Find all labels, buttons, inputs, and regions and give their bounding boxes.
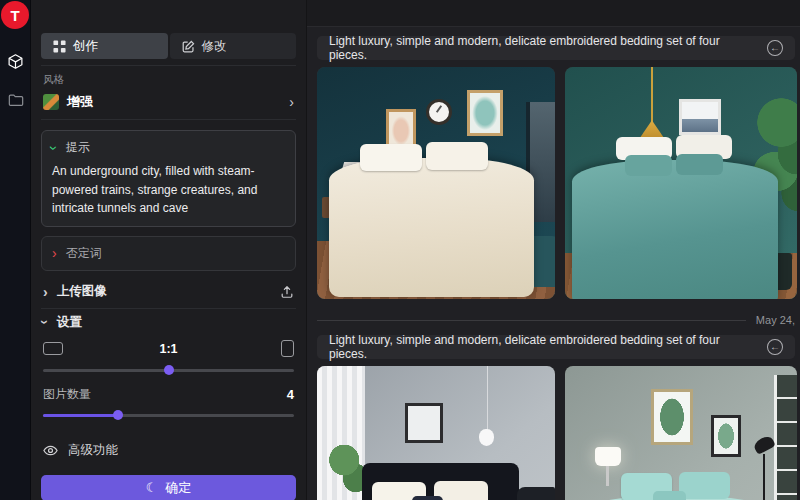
- slider-thumb[interactable]: [164, 365, 174, 375]
- app-window: T 创作: [0, 0, 800, 500]
- scene-pendant: [487, 366, 488, 431]
- image-count-value: 4: [287, 387, 294, 402]
- image-row: [317, 67, 795, 299]
- chevron-right-icon: ›: [52, 246, 57, 260]
- gallery-prompt-row: Light luxury, simple and modern, delicat…: [317, 36, 795, 60]
- prompt-header[interactable]: › 提示: [52, 139, 285, 156]
- image-count-control: 图片数量 4: [41, 386, 296, 417]
- prompt-input[interactable]: An underground city, filled with steam-p…: [52, 162, 285, 218]
- scene-pillow: [360, 144, 422, 172]
- scene-frame: [651, 389, 693, 445]
- advanced-features[interactable]: 高级功能: [41, 439, 296, 463]
- cube-icon[interactable]: [0, 53, 31, 70]
- scene-pillow: [625, 155, 671, 176]
- gallery-prompt-text: Light luxury, simple and modern, delicat…: [329, 34, 755, 62]
- generated-image[interactable]: [565, 366, 797, 500]
- advanced-label: 高级功能: [68, 442, 118, 459]
- generated-image[interactable]: [317, 67, 555, 299]
- eye-icon: [43, 445, 58, 456]
- scene-frame: [679, 99, 721, 135]
- scene-pillow: [679, 472, 730, 500]
- date-label: May 24,: [756, 314, 795, 326]
- scene-bed: [572, 160, 779, 299]
- negative-section[interactable]: › 否定词: [41, 236, 296, 271]
- scene-bed: [329, 158, 534, 297]
- image-count-label: 图片数量: [43, 386, 91, 403]
- generated-image[interactable]: [565, 67, 797, 299]
- moon-icon: ☾: [146, 481, 158, 494]
- scene-pillow: [676, 154, 722, 175]
- style-label: 风格: [43, 73, 294, 87]
- tab-modify[interactable]: 修改: [170, 33, 297, 59]
- scene-chair: [517, 487, 555, 500]
- image-row: [317, 366, 795, 500]
- settings-label: 设置: [57, 314, 82, 331]
- tab-create-label: 创作: [73, 38, 98, 55]
- style-thumbnail: [43, 94, 59, 110]
- mode-tabs: 创作 修改: [41, 33, 296, 66]
- confirm-label: 确定: [165, 479, 191, 497]
- chevron-right-icon: ›: [289, 95, 294, 109]
- scene-frame: [405, 403, 443, 443]
- scene-lamp: [595, 447, 621, 466]
- scene-frame: [386, 109, 416, 149]
- scene-pillow: [426, 142, 488, 170]
- reuse-prompt-icon[interactable]: ←: [767, 40, 783, 56]
- scene-lamp: [606, 466, 609, 486]
- reuse-prompt-icon[interactable]: ←: [767, 339, 783, 355]
- chevron-right-icon: ›: [43, 285, 48, 299]
- edit-icon: [182, 40, 195, 53]
- generated-image[interactable]: [317, 366, 555, 500]
- image-count-slider[interactable]: [43, 414, 294, 417]
- tab-create[interactable]: 创作: [41, 33, 168, 59]
- scene-window: [774, 375, 797, 500]
- upload-label: 上传图像: [57, 283, 107, 300]
- scene-pillow: [653, 491, 685, 500]
- prompt-label: 提示: [66, 139, 90, 156]
- gallery: Light luxury, simple and modern, delicat…: [306, 0, 800, 500]
- scene-frame: [711, 415, 741, 457]
- aspect-ratio-value: 1:1: [43, 342, 294, 356]
- negative-label: 否定词: [66, 245, 102, 262]
- gallery-prompt-row: Light luxury, simple and modern, delicat…: [317, 335, 795, 359]
- app-rail: T: [0, 0, 31, 500]
- chevron-down-icon: ›: [38, 320, 52, 325]
- grid-icon: [53, 40, 66, 53]
- prompt-section: › 提示 An underground city, filled with st…: [41, 130, 296, 227]
- style-section: 风格 增强 ›: [41, 66, 296, 120]
- scene-floor-lamp: [763, 454, 765, 500]
- content-header: [307, 0, 800, 27]
- slider-thumb[interactable]: [113, 410, 123, 420]
- style-value: 增强: [67, 93, 281, 111]
- gallery-prompt-text: Light luxury, simple and modern, delicat…: [329, 333, 755, 361]
- avatar[interactable]: T: [1, 1, 29, 29]
- scene-pendant: [651, 67, 653, 125]
- style-selector[interactable]: 增强 ›: [43, 93, 294, 111]
- upload-icon[interactable]: [280, 285, 294, 299]
- confirm-button[interactable]: ☾ 确定: [41, 475, 296, 500]
- date-divider: May 24,: [317, 314, 795, 326]
- scene-frame: [467, 90, 503, 136]
- scene-pendant: [479, 429, 494, 446]
- tab-modify-label: 修改: [202, 38, 227, 55]
- settings-section[interactable]: › 设置: [41, 308, 296, 336]
- chevron-down-icon: ›: [47, 145, 61, 150]
- scene-pillow: [412, 496, 443, 500]
- left-panel: 创作 修改 风格 增强 › › 提示 An underg: [31, 0, 306, 500]
- folder-icon[interactable]: [0, 93, 31, 107]
- aspect-ratio-control: 1:1: [41, 340, 296, 372]
- upload-section[interactable]: › 上传图像: [41, 280, 296, 304]
- aspect-ratio-slider[interactable]: [43, 369, 294, 372]
